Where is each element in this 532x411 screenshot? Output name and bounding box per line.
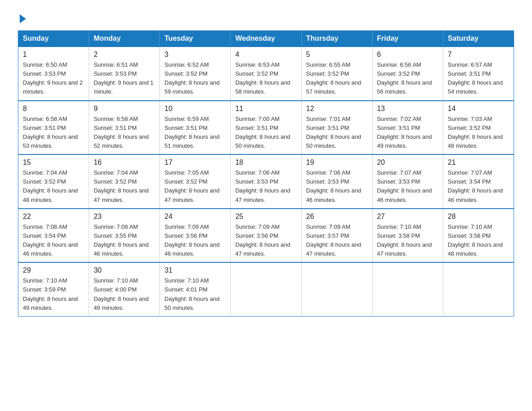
calendar-cell — [443, 262, 514, 316]
day-number: 16 — [94, 158, 155, 167]
day-info: Sunrise: 7:09 AMSunset: 3:56 PMDaylight:… — [235, 223, 296, 259]
day-number: 3 — [164, 51, 226, 59]
day-number: 6 — [377, 51, 438, 59]
day-number: 31 — [164, 266, 226, 274]
day-info: Sunrise: 7:07 AMSunset: 3:54 PMDaylight:… — [448, 168, 509, 205]
day-info: Sunrise: 7:08 AMSunset: 3:54 PMDaylight:… — [23, 223, 84, 259]
day-number: 2 — [94, 51, 155, 59]
day-number: 11 — [235, 105, 296, 113]
day-number: 26 — [306, 213, 368, 221]
calendar-cell — [231, 262, 301, 316]
calendar-week-row: 8 Sunrise: 6:58 AMSunset: 3:51 PMDayligh… — [18, 101, 514, 155]
day-number: 8 — [23, 105, 84, 113]
calendar-header-row: SundayMondayTuesdayWednesdayThursdayFrid… — [18, 31, 514, 47]
calendar-cell: 27 Sunrise: 7:10 AMSunset: 3:58 PMDaylig… — [372, 209, 443, 263]
day-info: Sunrise: 6:59 AMSunset: 3:51 PMDaylight:… — [164, 115, 226, 151]
page-header — [18, 13, 514, 21]
calendar-cell: 16 Sunrise: 7:04 AMSunset: 3:52 PMDaylig… — [89, 154, 160, 209]
day-number: 10 — [164, 105, 226, 113]
day-number: 5 — [306, 51, 368, 59]
day-info: Sunrise: 6:55 AMSunset: 3:52 PMDaylight:… — [306, 60, 368, 97]
column-header-saturday: Saturday — [443, 31, 514, 47]
calendar-cell: 11 Sunrise: 7:00 AMSunset: 3:51 PMDaylig… — [231, 101, 301, 155]
calendar-week-row: 29 Sunrise: 7:10 AMSunset: 3:59 PMDaylig… — [18, 262, 514, 316]
day-info: Sunrise: 6:58 AMSunset: 3:51 PMDaylight:… — [94, 115, 155, 151]
column-header-sunday: Sunday — [18, 31, 89, 47]
day-number: 17 — [164, 158, 226, 167]
day-info: Sunrise: 7:06 AMSunset: 3:53 PMDaylight:… — [306, 168, 368, 205]
calendar-cell — [301, 262, 372, 316]
day-info: Sunrise: 7:09 AMSunset: 3:56 PMDaylight:… — [164, 223, 226, 259]
day-info: Sunrise: 6:56 AMSunset: 3:52 PMDaylight:… — [377, 60, 438, 97]
calendar-cell: 19 Sunrise: 7:06 AMSunset: 3:53 PMDaylig… — [301, 154, 372, 209]
calendar-cell: 12 Sunrise: 7:01 AMSunset: 3:51 PMDaylig… — [301, 101, 372, 155]
column-header-wednesday: Wednesday — [231, 31, 301, 47]
calendar-cell: 18 Sunrise: 7:06 AMSunset: 3:53 PMDaylig… — [231, 154, 301, 209]
day-number: 28 — [448, 213, 509, 221]
calendar-cell: 8 Sunrise: 6:58 AMSunset: 3:51 PMDayligh… — [18, 101, 89, 155]
day-number: 4 — [235, 51, 296, 59]
day-number: 22 — [23, 213, 84, 221]
calendar-week-row: 22 Sunrise: 7:08 AMSunset: 3:54 PMDaylig… — [18, 209, 514, 263]
logo-arrow-icon — [20, 14, 26, 23]
day-info: Sunrise: 6:57 AMSunset: 3:51 PMDaylight:… — [448, 60, 509, 97]
day-info: Sunrise: 7:04 AMSunset: 3:52 PMDaylight:… — [23, 168, 84, 205]
calendar-cell: 13 Sunrise: 7:02 AMSunset: 3:51 PMDaylig… — [372, 101, 443, 155]
day-info: Sunrise: 6:51 AMSunset: 3:53 PMDaylight:… — [94, 60, 155, 97]
calendar-cell: 22 Sunrise: 7:08 AMSunset: 3:54 PMDaylig… — [18, 209, 89, 263]
day-number: 27 — [377, 213, 438, 221]
day-number: 19 — [306, 158, 368, 167]
logo — [18, 13, 26, 21]
calendar-cell: 6 Sunrise: 6:56 AMSunset: 3:52 PMDayligh… — [372, 47, 443, 101]
day-number: 15 — [23, 158, 84, 167]
day-number: 7 — [448, 51, 509, 59]
calendar-cell: 3 Sunrise: 6:52 AMSunset: 3:52 PMDayligh… — [160, 47, 231, 101]
day-info: Sunrise: 7:10 AMSunset: 4:00 PMDaylight:… — [94, 276, 155, 313]
day-info: Sunrise: 6:53 AMSunset: 3:52 PMDaylight:… — [235, 60, 296, 97]
day-number: 25 — [235, 213, 296, 221]
calendar-cell: 5 Sunrise: 6:55 AMSunset: 3:52 PMDayligh… — [301, 47, 372, 101]
calendar-cell: 1 Sunrise: 6:50 AMSunset: 3:53 PMDayligh… — [18, 47, 89, 101]
day-number: 30 — [94, 266, 155, 274]
calendar-cell — [372, 262, 443, 316]
day-info: Sunrise: 7:10 AMSunset: 3:58 PMDaylight:… — [448, 223, 509, 259]
calendar-cell: 29 Sunrise: 7:10 AMSunset: 3:59 PMDaylig… — [18, 262, 89, 316]
day-info: Sunrise: 7:09 AMSunset: 3:57 PMDaylight:… — [306, 223, 368, 259]
day-number: 9 — [94, 105, 155, 113]
day-info: Sunrise: 7:07 AMSunset: 3:53 PMDaylight:… — [377, 168, 438, 205]
calendar-cell: 24 Sunrise: 7:09 AMSunset: 3:56 PMDaylig… — [160, 209, 231, 263]
calendar-cell: 9 Sunrise: 6:58 AMSunset: 3:51 PMDayligh… — [89, 101, 160, 155]
calendar-cell: 10 Sunrise: 6:59 AMSunset: 3:51 PMDaylig… — [160, 101, 231, 155]
calendar-cell: 15 Sunrise: 7:04 AMSunset: 3:52 PMDaylig… — [18, 154, 89, 209]
day-info: Sunrise: 6:58 AMSunset: 3:51 PMDaylight:… — [23, 115, 84, 151]
day-number: 12 — [306, 105, 368, 113]
day-number: 14 — [448, 105, 509, 113]
calendar-cell: 17 Sunrise: 7:05 AMSunset: 3:52 PMDaylig… — [160, 154, 231, 209]
day-info: Sunrise: 7:08 AMSunset: 3:55 PMDaylight:… — [94, 223, 155, 259]
day-number: 23 — [94, 213, 155, 221]
day-info: Sunrise: 7:00 AMSunset: 3:51 PMDaylight:… — [235, 115, 296, 151]
day-number: 20 — [377, 158, 438, 167]
column-header-tuesday: Tuesday — [160, 31, 231, 47]
day-info: Sunrise: 7:05 AMSunset: 3:52 PMDaylight:… — [164, 168, 226, 205]
day-info: Sunrise: 7:06 AMSunset: 3:53 PMDaylight:… — [235, 168, 296, 205]
day-info: Sunrise: 7:04 AMSunset: 3:52 PMDaylight:… — [94, 168, 155, 205]
calendar-cell: 26 Sunrise: 7:09 AMSunset: 3:57 PMDaylig… — [301, 209, 372, 263]
day-info: Sunrise: 7:10 AMSunset: 4:01 PMDaylight:… — [164, 276, 226, 313]
calendar-cell: 21 Sunrise: 7:07 AMSunset: 3:54 PMDaylig… — [443, 154, 514, 209]
day-number: 21 — [448, 158, 509, 167]
day-number: 29 — [23, 266, 84, 274]
day-info: Sunrise: 7:01 AMSunset: 3:51 PMDaylight:… — [306, 115, 368, 151]
calendar-week-row: 1 Sunrise: 6:50 AMSunset: 3:53 PMDayligh… — [18, 47, 514, 101]
calendar-cell: 20 Sunrise: 7:07 AMSunset: 3:53 PMDaylig… — [372, 154, 443, 209]
column-header-monday: Monday — [89, 31, 160, 47]
calendar-week-row: 15 Sunrise: 7:04 AMSunset: 3:52 PMDaylig… — [18, 154, 514, 209]
calendar-cell: 7 Sunrise: 6:57 AMSunset: 3:51 PMDayligh… — [443, 47, 514, 101]
calendar-cell: 28 Sunrise: 7:10 AMSunset: 3:58 PMDaylig… — [443, 209, 514, 263]
calendar-table: SundayMondayTuesdayWednesdayThursdayFrid… — [18, 30, 514, 317]
day-info: Sunrise: 7:03 AMSunset: 3:52 PMDaylight:… — [448, 115, 509, 151]
column-header-friday: Friday — [372, 31, 443, 47]
calendar-cell: 30 Sunrise: 7:10 AMSunset: 4:00 PMDaylig… — [89, 262, 160, 316]
calendar-cell: 4 Sunrise: 6:53 AMSunset: 3:52 PMDayligh… — [231, 47, 301, 101]
calendar-cell: 23 Sunrise: 7:08 AMSunset: 3:55 PMDaylig… — [89, 209, 160, 263]
